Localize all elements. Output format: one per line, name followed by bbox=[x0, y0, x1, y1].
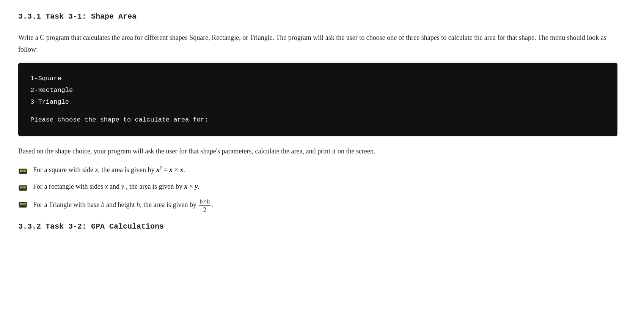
superscript-2: 2 bbox=[160, 165, 162, 171]
formula-x-bold-2: x bbox=[180, 166, 183, 174]
bullet-text-square: For a square with side x, the area is gi… bbox=[33, 164, 626, 175]
bullet-text-rectangle: For a rectangle with sides x and y , the… bbox=[33, 181, 626, 192]
code-line-3: 3-Triangle bbox=[30, 97, 605, 108]
bullet-icon-rectangle: 📟 bbox=[18, 182, 28, 194]
var-y-rect: y bbox=[121, 183, 124, 190]
formula-x2: x bbox=[156, 166, 160, 174]
section-title: 3.3.1 Task 3-1: Shape Area bbox=[18, 12, 626, 24]
fraction-denominator: 2 bbox=[203, 206, 207, 213]
section-container: 3.3.1 Task 3-1: Shape Area Write a C pro… bbox=[18, 12, 626, 231]
var-h-triangle: h bbox=[137, 201, 140, 208]
code-prompt-line: Please choose the shape to calculate are… bbox=[30, 115, 605, 126]
code-line-1: 1-Square bbox=[30, 73, 605, 84]
var-b-triangle: b bbox=[101, 201, 105, 208]
list-item-square: 📟 For a square with side x, the area is … bbox=[18, 164, 626, 177]
formula-x-bold: x bbox=[169, 166, 173, 174]
next-section-title: 3.3.2 Task 3-2: GPA Calculations bbox=[18, 222, 626, 231]
fraction-bh-over-2: b×h 2 bbox=[199, 198, 210, 213]
list-item-triangle: 📟 For a Triangle with base b and height … bbox=[18, 198, 626, 213]
description-paragraph-2: Based on the shape choice, your program … bbox=[18, 145, 617, 157]
bullet-text-triangle: For a Triangle with base b and height h,… bbox=[33, 198, 626, 213]
fraction-numerator: b×h bbox=[199, 198, 210, 205]
formula-list: 📟 For a square with side x, the area is … bbox=[18, 164, 626, 213]
formula-y-rect-bold: y bbox=[195, 183, 198, 190]
code-line-2: 2-Rectangle bbox=[30, 85, 605, 96]
formula-x-rect-bold: x bbox=[184, 183, 187, 190]
bullet-icon-square: 📟 bbox=[18, 165, 28, 177]
code-block: 1-Square 2-Rectangle 3-Triangle Please c… bbox=[18, 63, 617, 136]
var-x-rect: x bbox=[105, 183, 108, 190]
list-item-rectangle: 📟 For a rectangle with sides x and y , t… bbox=[18, 181, 626, 194]
bullet-icon-triangle: 📟 bbox=[18, 199, 28, 211]
var-x-square: x bbox=[95, 166, 98, 174]
description-paragraph-1: Write a C program that calculates the ar… bbox=[18, 32, 617, 55]
